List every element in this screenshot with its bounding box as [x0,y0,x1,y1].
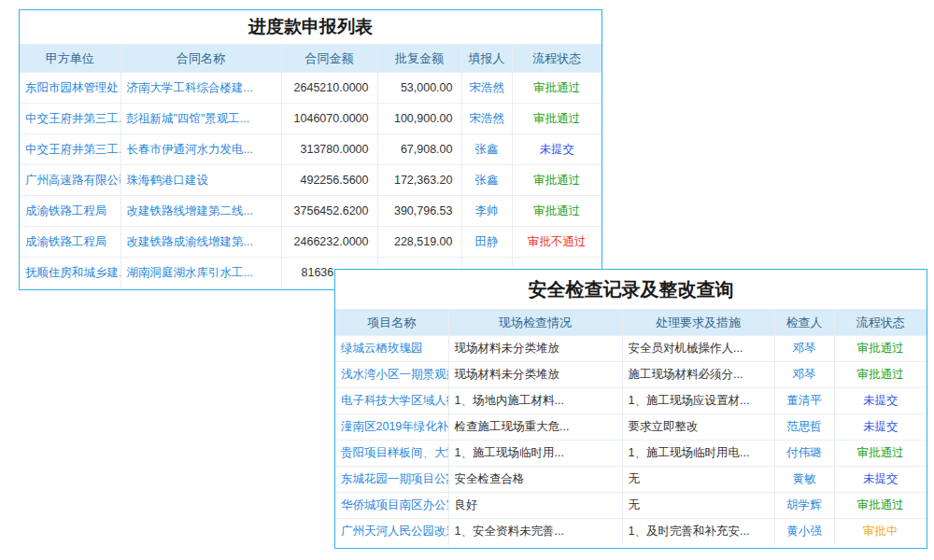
column-header-1: 合同名称 [120,45,281,73]
site-inspection: 1、安全资料未完善... [448,519,622,545]
filler-name[interactable]: 宋浩然 [461,73,512,104]
contract-amount: 2466232.0000 [281,227,377,258]
project-name-link[interactable]: 电子科技大学区域人行道 [335,388,448,414]
safety-inspection-table: 项目名称现场检查情况处理要求及措施检查人流程状态 绿城云栖玫瑰园现场材料未分类堆… [335,309,927,545]
column-header-4: 填报人 [461,45,512,73]
party-a-unit-link[interactable]: 中交王府井第三工... [20,134,120,165]
handling-measures: 要求立即整改 [622,414,774,441]
table-row: 广州高速路有限公司珠海鹤港口建设492256.5600172,363.20张鑫审… [20,165,601,196]
contract-amount: 2645210.0000 [281,73,377,104]
contract-name-link[interactable]: 湖南洞庭湖水库引水工... [120,258,281,288]
safety-inspection-panel: 安全检查记录及整改查询 项目名称现场检查情况处理要求及措施检查人流程状态 绿城云… [334,269,927,549]
party-a-unit-link[interactable]: 抚顺住房和城乡建... [20,258,120,288]
column-header-5: 流程状态 [512,45,601,73]
party-a-unit-link[interactable]: 成渝铁路工程局 [20,227,120,258]
column-header-0: 甲方单位 [20,45,120,73]
workflow-status: 审批通过 [512,196,601,227]
inspector-name[interactable]: 范思哲 [774,414,834,441]
contract-name-link[interactable]: 长春市伊通河水力发电... [120,134,281,165]
column-header-3: 检查人 [774,310,834,336]
project-name-link[interactable]: 绿城云栖玫瑰园 [335,336,448,362]
inspector-name[interactable]: 黄小强 [774,519,834,545]
inspector-name[interactable]: 黄敏 [774,467,834,493]
table-row: 广州天河人民公园改造工1、安全资料未完善...1、及时完善和补充安...黄小强审… [335,519,927,545]
column-header-3: 批复金额 [377,45,461,73]
safety-inspection-header-row: 项目名称现场检查情况处理要求及措施检查人流程状态 [335,310,927,336]
table-row: 潼南区2019年绿化补贴项检查施工现场重大危...要求立即整改范思哲未提交 [335,414,927,441]
handling-measures: 无 [622,467,774,493]
inspector-name[interactable]: 付伟璐 [774,441,834,467]
table-row: 东阳市园林管理处济南大学工科综合楼建...2645210.000053,000.… [20,73,601,104]
workflow-status: 审批通过 [834,336,927,362]
table-row: 成渝铁路工程局改建铁路线增建第二线...3756452.6200390,796.… [20,196,601,227]
workflow-status: 未提交 [512,134,601,165]
progress-payment-table: 甲方单位合同名称合同金额批复金额填报人流程状态 东阳市园林管理处济南大学工科综合… [20,44,601,288]
project-name-link[interactable]: 贵阳项目样板间、大堂、 [335,441,448,467]
approved-amount: 172,363.20 [377,165,461,196]
project-name-link[interactable]: 广州天河人民公园改造工 [335,519,448,545]
handling-measures: 安全员对机械操作人... [622,336,774,362]
column-header-0: 项目名称 [335,310,448,336]
filler-name[interactable]: 李帅 [461,196,512,227]
approved-amount: 228,519.00 [377,227,461,258]
project-name-link[interactable]: 东城花园一期项目公寓大 [335,467,448,493]
inspector-name[interactable]: 邓琴 [774,336,834,362]
workflow-status: 审批不通过 [512,227,601,258]
workflow-status: 审批中 [834,519,927,545]
column-header-2: 处理要求及措施 [622,310,774,336]
site-inspection: 检查施工现场重大危... [448,414,622,441]
workflow-status: 审批通过 [834,493,927,519]
contract-name-link[interactable]: 济南大学工科综合楼建... [120,73,281,104]
contract-amount: 313780.0000 [281,134,377,165]
approved-amount: 390,796.53 [377,196,461,227]
inspector-name[interactable]: 董清平 [774,388,834,414]
site-inspection: 1、场地内施工材料... [448,388,622,414]
contract-amount: 1046070.0000 [281,104,377,134]
site-inspection: 现场材料未分类堆放 [448,336,622,362]
filler-name[interactable]: 张鑫 [461,165,512,196]
inspector-name[interactable]: 胡学辉 [774,493,834,519]
filler-name[interactable]: 田静 [461,227,512,258]
party-a-unit-link[interactable]: 东阳市园林管理处 [20,73,120,104]
progress-payment-title: 进度款申报列表 [20,10,601,44]
workflow-status: 审批通过 [512,165,601,196]
party-a-unit-link[interactable]: 中交王府井第三工... [20,104,120,134]
contract-name-link[interactable]: 彭祖新城"四馆"景观工... [120,104,281,134]
inspector-name[interactable]: 邓琴 [774,362,834,388]
progress-payment-header-row: 甲方单位合同名称合同金额批复金额填报人流程状态 [20,45,601,73]
party-a-unit-link[interactable]: 广州高速路有限公司 [20,165,120,196]
contract-name-link[interactable]: 改建铁路成渝线增建第... [120,227,281,258]
column-header-2: 合同金额 [281,45,377,73]
filler-name[interactable]: 宋浩然 [461,104,512,134]
workflow-status: 审批通过 [512,104,601,134]
filler-name[interactable]: 张鑫 [461,134,512,165]
site-inspection: 安全检查合格 [448,467,622,493]
table-row: 东城花园一期项目公寓大安全检查合格无黄敏未提交 [335,467,927,493]
handling-measures: 1、及时完善和补充安... [622,519,774,545]
contract-name-link[interactable]: 珠海鹤港口建设 [120,165,281,196]
project-name-link[interactable]: 潼南区2019年绿化补贴项 [335,414,448,441]
handling-measures: 1、施工现场临时用电... [622,441,774,467]
column-header-1: 现场检查情况 [448,310,622,336]
approved-amount: 100,900.00 [377,104,461,134]
table-row: 贵阳项目样板间、大堂、1、施工现场临时用...1、施工现场临时用电...付伟璐审… [335,441,927,467]
party-a-unit-link[interactable]: 成渝铁路工程局 [20,196,120,227]
handling-measures: 无 [622,493,774,519]
table-row: 中交王府井第三工...长春市伊通河水力发电...313780.000067,90… [20,134,601,165]
site-inspection: 现场材料未分类堆放 [448,362,622,388]
table-row: 电子科技大学区域人行道1、场地内施工材料...1、施工现场应设置材...董清平未… [335,388,927,414]
contract-name-link[interactable]: 改建铁路线增建第二线... [120,196,281,227]
safety-inspection-title: 安全检查记录及整改查询 [335,270,927,309]
workflow-status: 审批通过 [512,73,601,104]
handling-measures: 施工现场材料必须分... [622,362,774,388]
workflow-status: 未提交 [834,467,927,493]
workflow-status: 审批通过 [834,441,927,467]
site-inspection: 良好 [448,493,622,519]
project-name-link[interactable]: 华侨城项目南区办公室内 [335,493,448,519]
progress-payment-panel: 进度款申报列表 甲方单位合同名称合同金额批复金额填报人流程状态 东阳市园林管理处… [19,9,602,290]
approved-amount: 53,000.00 [377,73,461,104]
table-row: 华侨城项目南区办公室内良好无胡学辉审批通过 [335,493,927,519]
site-inspection: 1、施工现场临时用... [448,441,622,467]
project-name-link[interactable]: 浅水湾小区一期景观提升 [335,362,448,388]
workflow-status: 未提交 [834,388,927,414]
